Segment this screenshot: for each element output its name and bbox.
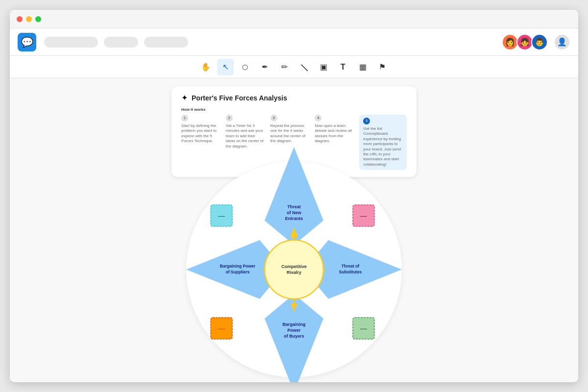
center-label: Competitive: [281, 264, 307, 269]
app-logo[interactable]: 💬: [18, 33, 36, 51]
left-label2: of Suppliers: [225, 270, 249, 274]
info-card-icon: ✦: [181, 93, 188, 102]
text-tool[interactable]: T: [335, 59, 351, 75]
avatar-4: 👤: [554, 34, 570, 50]
toolbar: ✋ ↖ ⬡ ✒ ✏ | ▣ T ▦ ⚑: [10, 56, 578, 78]
traffic-lights: [17, 16, 41, 22]
select-tool[interactable]: ↖: [217, 59, 234, 75]
left-label: Bargaining Power: [220, 264, 256, 269]
sticky-pink-icon: —: [360, 212, 367, 220]
pen-tool[interactable]: ✏: [276, 59, 293, 75]
info-card-header: ✦ Porter's Five Forces Analysis: [181, 93, 407, 102]
table-tool[interactable]: ▦: [354, 59, 371, 75]
erase-tool[interactable]: ⬡: [237, 59, 253, 75]
hand-tool[interactable]: ✋: [197, 59, 214, 75]
avatar-1: 👩: [502, 34, 518, 50]
nav-templates[interactable]: [104, 37, 138, 48]
app-window: 💬 👩 👧 👨 👤 ✋ ↖ ⬡ ✒ ✏ | ▣ T ▦ ⚑ ✦ Port: [10, 10, 578, 382]
minimize-button[interactable]: [26, 16, 32, 22]
center-label2: Rivalry: [287, 270, 301, 275]
maximize-button[interactable]: [35, 16, 41, 22]
header-right: 👩 👧 👨 👤: [506, 34, 570, 50]
bottom-label2: Power: [287, 328, 301, 333]
top-label2: of New: [287, 210, 302, 215]
line-tool[interactable]: |: [292, 55, 316, 78]
avatar-3: 👨: [531, 34, 548, 50]
nav-portfolio[interactable]: [44, 37, 98, 48]
header-nav: [44, 37, 506, 48]
flag-tool[interactable]: ⚑: [374, 59, 391, 75]
nav-recent[interactable]: [144, 37, 188, 48]
top-label: Threat: [287, 204, 301, 209]
avatar-2: 👧: [516, 34, 533, 50]
app-header: 💬 👩 👧 👨 👤: [10, 28, 578, 56]
sticky-cyan-icon: —: [218, 212, 225, 220]
right-label2: Substitutes: [339, 270, 362, 274]
bottom-label: Bargaining: [282, 322, 305, 327]
bottom-label3: of Buyers: [284, 334, 304, 339]
top-label3: Entrants: [285, 216, 303, 221]
diagram-container: Threat of New Entrants Bargaining Power …: [157, 132, 431, 382]
center-circle: [265, 240, 323, 299]
how-it-works-label: How it works: [181, 107, 407, 112]
diagram-svg: Threat of New Entrants Bargaining Power …: [157, 132, 431, 382]
canvas[interactable]: ✦ Porter's Five Forces Analysis How it w…: [10, 78, 578, 382]
path-tool[interactable]: ✒: [256, 59, 273, 75]
right-label: Threat of: [342, 264, 360, 269]
shape-tool[interactable]: ▣: [315, 59, 332, 75]
sticky-orange-icon: —: [218, 324, 225, 332]
info-card-title: Porter's Five Forces Analysis: [192, 94, 287, 102]
close-button[interactable]: [17, 16, 23, 22]
sticky-green-icon: —: [360, 324, 367, 332]
title-bar: [10, 10, 578, 28]
